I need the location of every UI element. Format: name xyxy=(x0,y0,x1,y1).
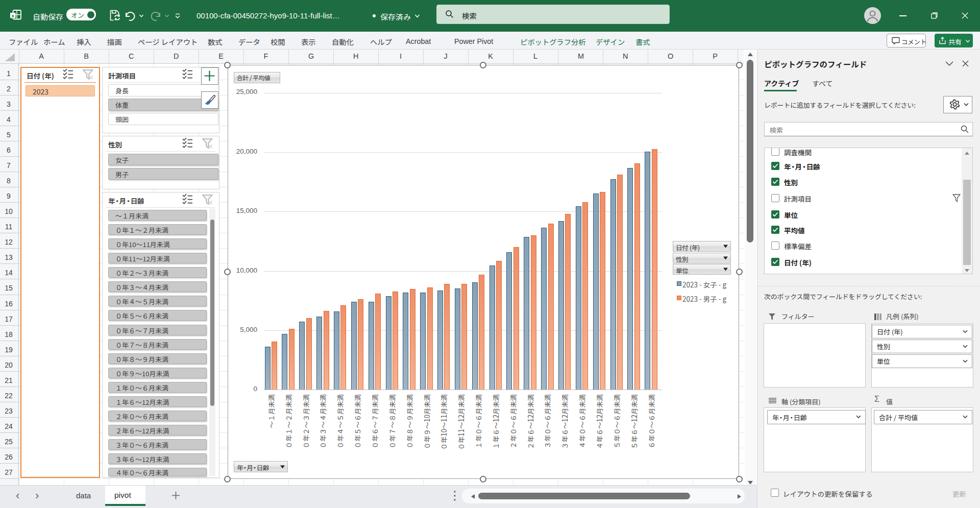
svg-text:x: x xyxy=(12,13,15,18)
